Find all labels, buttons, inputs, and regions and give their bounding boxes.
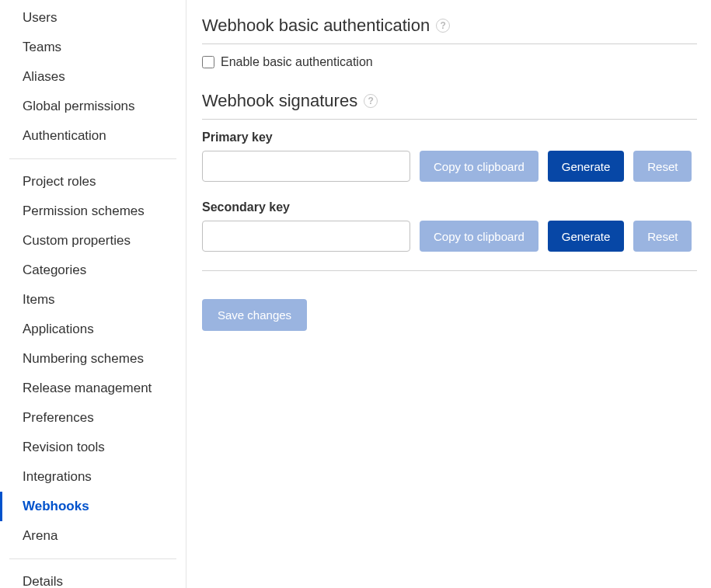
sidebar-item-revision-tools[interactable]: Revision tools [0, 433, 186, 462]
sidebar-item-release-management[interactable]: Release management [0, 374, 186, 403]
section-heading-signatures: Webhook signatures ? [202, 91, 697, 111]
enable-basic-auth-checkbox[interactable] [202, 56, 214, 68]
heading-text: Webhook basic authentication [202, 16, 430, 36]
section-heading-basic-auth: Webhook basic authentication ? [202, 16, 697, 36]
primary-key-row: Copy to clipboard Generate Reset [202, 151, 697, 182]
sidebar-item-applications[interactable]: Applications [0, 315, 186, 344]
sidebar[interactable]: Users Teams Aliases Global permissions A… [0, 0, 186, 588]
sidebar-item-permission-schemes[interactable]: Permission schemes [0, 197, 186, 226]
sidebar-item-webhooks[interactable]: Webhooks [0, 492, 186, 521]
help-icon[interactable]: ? [364, 94, 378, 108]
main-content: Webhook basic authentication ? Enable ba… [186, 0, 711, 588]
sidebar-divider [9, 158, 176, 159]
primary-copy-button[interactable]: Copy to clipboard [420, 151, 538, 182]
secondary-key-label: Secondary key [202, 200, 697, 214]
secondary-reset-button[interactable]: Reset [633, 221, 692, 252]
sidebar-group-1: Users Teams Aliases Global permissions A… [0, 0, 186, 154]
sidebar-item-project-roles[interactable]: Project roles [0, 167, 186, 197]
sidebar-item-authentication[interactable]: Authentication [0, 121, 186, 151]
secondary-generate-button[interactable]: Generate [548, 221, 625, 252]
save-changes-button[interactable]: Save changes [202, 299, 307, 331]
secondary-key-row: Copy to clipboard Generate Reset [202, 221, 697, 252]
sidebar-item-categories[interactable]: Categories [0, 256, 186, 285]
sidebar-item-integrations[interactable]: Integrations [0, 462, 186, 492]
help-icon[interactable]: ? [436, 19, 450, 33]
enable-basic-auth-row: Enable basic authentication [202, 55, 697, 69]
enable-basic-auth-label[interactable]: Enable basic authentication [221, 55, 373, 69]
sidebar-item-preferences[interactable]: Preferences [0, 403, 186, 433]
sidebar-item-global-permissions[interactable]: Global permissions [0, 92, 186, 121]
primary-generate-button[interactable]: Generate [548, 151, 625, 182]
sidebar-divider [9, 558, 176, 559]
secondary-key-input[interactable] [202, 221, 410, 252]
primary-key-input[interactable] [202, 151, 410, 182]
section-rule [202, 43, 697, 44]
sidebar-group-3: Details [0, 564, 186, 588]
primary-key-label: Primary key [202, 130, 697, 144]
sidebar-item-aliases[interactable]: Aliases [0, 62, 186, 92]
sidebar-item-users[interactable]: Users [0, 3, 186, 33]
sidebar-item-custom-properties[interactable]: Custom properties [0, 226, 186, 256]
sidebar-item-items[interactable]: Items [0, 285, 186, 315]
secondary-copy-button[interactable]: Copy to clipboard [420, 221, 538, 252]
sidebar-item-teams[interactable]: Teams [0, 33, 186, 62]
section-rule [202, 119, 697, 120]
section-rule [202, 270, 697, 271]
sidebar-item-details[interactable]: Details [0, 567, 186, 588]
sidebar-item-arena[interactable]: Arena [0, 521, 186, 551]
sidebar-group-2: Project roles Permission schemes Custom … [0, 164, 186, 554]
primary-reset-button[interactable]: Reset [633, 151, 692, 182]
heading-text: Webhook signatures [202, 91, 357, 111]
sidebar-item-numbering-schemes[interactable]: Numbering schemes [0, 344, 186, 374]
